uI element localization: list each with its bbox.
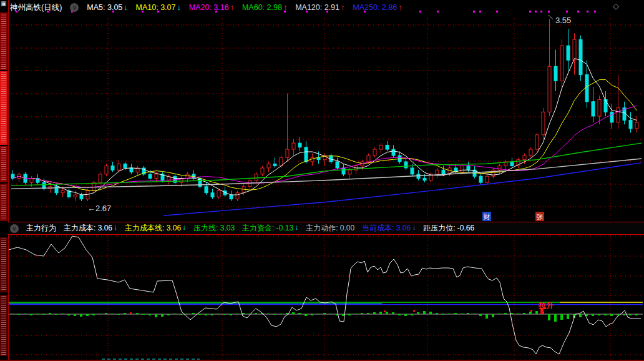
sidebar-tab-glyphs [1,185,6,220]
ma-indicator-text: MA250: 2.86 [353,3,397,12]
indicator-field-text: 距压力位: -0.66 [423,223,474,234]
sidebar-tab-glyphs [1,72,6,144]
ma-indicator-text: MA60: 2.98 [242,3,282,12]
ma-lines [11,59,642,216]
trend-arrow-icon: ↑ [341,3,344,12]
sidebar-tab-glyphs [1,239,6,291]
trend-arrow-icon: ↑ [230,3,234,12]
sidebar-tab[interactable] [0,237,7,292]
indicator-field: 距压力位: -0.66 [423,223,474,234]
sidebar-tab[interactable] [0,184,7,221]
left-tab-strip: ▣ [0,0,9,361]
ma-indicator-text: MA5: 3.05 [87,3,122,12]
sidebar-tab[interactable] [0,71,7,145]
indicator-panel-header: ∨ 主力行为 主力成本: 3.06↓主力成本线: 3.06↓压力线: 3.03主… [8,222,644,235]
ma-indicator-text: MA20: 3.16 [189,3,229,12]
svg-text:张: 张 [537,213,544,220]
low-price-label: ←2.67 [87,204,111,213]
ma-indicator-text: MA120: 2.91 [295,3,339,12]
indicator-name[interactable]: 主力行为 [26,223,56,234]
ma-indicator: MA5: 3.05↓ [87,3,127,12]
sidebar-tab[interactable] [0,295,7,356]
indicator-field-text: 当前成本: 3.06 [362,223,411,234]
trend-arrow-icon: ↓ [182,223,186,234]
chevron-down-icon[interactable]: ∨ [70,3,79,12]
trend-arrow-icon: ↓ [124,3,127,12]
indicator-field: 主力成本: 3.06↓ [64,223,117,234]
trend-arrow-icon: ↑ [398,3,402,12]
indicator-field-text: 主力资金: -0.13 [242,223,293,234]
sidebar-top-icon[interactable]: ▣ [1,1,6,7]
chart-title-bar: 神州高铁(日线) ∨ MA5: 3.05↓MA10: 3.07↓MA20: 3.… [10,0,402,15]
chart-annotations: 3.55←2.67财张 [87,15,571,221]
diamond-icon[interactable]: ◇ [613,1,619,11]
sidebar-tab[interactable] [0,12,7,70]
trend-arrow-icon: ↑ [283,3,287,12]
indicator-field-text: 主力动作: 0.00 [306,223,354,234]
ma-indicator: MA10: 3.07↓ [136,3,181,12]
sidebar-tab-glyphs [1,14,6,69]
sidebar-tab-glyphs [1,296,6,355]
indicator-field-text: 主力成本: 3.06 [64,223,112,234]
main-force-line [9,236,641,354]
svg-text:财: 财 [484,213,490,220]
ma-indicator-group: MA5: 3.05↓MA10: 3.07↓MA20: 3.16↑MA60: 2.… [87,3,402,12]
indicator-field-text: 主力成本线: 3.06 [125,223,181,234]
ma-line-MA250 [163,163,642,216]
indicator-field: 压力线: 3.03 [193,223,235,234]
indicator-field: 主力资金: -0.13↓ [242,223,298,234]
ma-indicator: MA60: 2.98↑ [242,3,287,12]
trend-arrow-icon: ↓ [177,3,181,12]
rally-signal-label: 拉升 [538,301,554,310]
high-price-label: 3.55 [555,16,571,25]
indicator-field-group: 主力成本: 3.06↓主力成本线: 3.06↓压力线: 3.03主力资金: -0… [64,223,474,234]
sidebar-tab[interactable] [0,146,7,182]
ma-indicator-text: MA10: 3.07 [136,3,176,12]
ma-line-MA60 [11,143,642,185]
chevron-down-icon[interactable]: ∨ [10,224,19,233]
ma-indicator: MA20: 3.16↑ [189,3,234,12]
indicator-field: 当前成本: 3.06↓ [362,223,416,234]
trading-app-window: 3.55←2.67财张拉升 ▣ 神州高铁(日线) ∨ MA5: 3.05↓MA1… [0,0,644,361]
indicator-field: 主力动作: 0.00 [306,223,354,234]
indicator-field-text: 压力线: 3.03 [193,223,235,234]
ma-indicator: MA120: 2.91↑ [295,3,344,12]
sidebar-tab-glyphs [1,147,6,181]
ma-indicator: MA250: 2.86↑ [353,3,402,12]
chart-canvas[interactable]: 3.55←2.67财张拉升 [0,0,644,361]
trend-arrow-icon: ↓ [114,223,117,234]
indicator-field: 主力成本线: 3.06↓ [125,223,186,234]
trend-arrow-icon: ↓ [295,223,298,234]
trend-arrow-icon: ↓ [412,223,416,234]
stock-title[interactable]: 神州高铁(日线) [10,2,62,13]
